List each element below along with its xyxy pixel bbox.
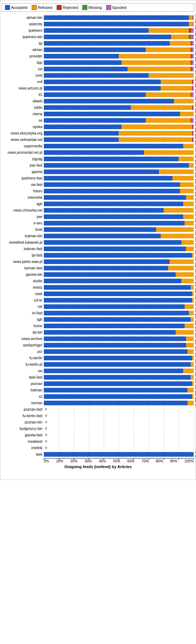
bar-segment-accepted: [44, 15, 189, 20]
table-row: fu-berlin-fast0: [44, 413, 194, 419]
row-label: lublin: [2, 106, 44, 110]
bar-segment-accepted: [44, 60, 122, 65]
bar-segment-spooled: [193, 15, 194, 20]
bar-values: 0: [45, 420, 47, 424]
bar-segment-refused: [192, 291, 194, 296]
bar-segment-spooled: [193, 125, 194, 129]
bar-chart: atman-bin763471701530astercity9759233155…: [44, 15, 194, 463]
row-label: lodman: [2, 388, 44, 392]
bar-segment-refused: [189, 163, 194, 168]
bar-segment-refused: [171, 35, 189, 39]
value-1: 0: [45, 427, 47, 430]
bar-segment-accepted: [44, 189, 180, 193]
table-row: atman-bin763471701530: [44, 15, 194, 21]
row-label: tpi-bin: [2, 330, 44, 334]
table-row: interia1059489870: [44, 111, 194, 117]
bar-segment-accepted: [44, 54, 119, 59]
table-row: gazeta-bin75951009: [44, 272, 194, 278]
bar-segment-refused: [176, 330, 194, 335]
table-row: fu-berlin14862268: [44, 355, 194, 361]
bar-segment-accepted: [44, 80, 161, 84]
bar-segment-accepted: [44, 247, 186, 251]
row-label: uw-fast: [2, 183, 44, 187]
table-row: fu-berlin-pl11745183: [44, 361, 194, 367]
bar-segment-accepted: [44, 452, 194, 457]
bar-segment-refused: [170, 41, 191, 46]
table-row: nask69086750: [44, 291, 194, 297]
table-row: poznan-fast0: [44, 406, 194, 412]
bar-segment-accepted: [44, 73, 149, 78]
bar-segment-refused: [192, 298, 194, 303]
legend-label: Spooled: [112, 5, 127, 10]
row-label: news.chmurka.net: [2, 208, 44, 212]
row-label: intelink: [2, 446, 44, 450]
bar-segment-refused: [187, 401, 194, 405]
row-label: home: [2, 324, 44, 328]
table-row: task-fast5670135: [44, 374, 194, 380]
table-row: uw1921156: [44, 368, 194, 374]
row-label: onet: [2, 73, 44, 77]
row-label: news.eturystyka.org: [2, 131, 44, 135]
row-label: supermedia: [2, 144, 44, 148]
row-label: poznan-fast: [2, 407, 44, 411]
row-label: fu-berlin: [2, 356, 44, 360]
table-row: task470: [44, 451, 194, 457]
bar-values: 0: [45, 427, 47, 430]
bar-segment-accepted: [44, 234, 161, 238]
bar-segment-refused: [186, 336, 194, 341]
table-row: opoka100799181: [44, 124, 194, 130]
table-row: home8918575: [44, 323, 194, 329]
bar-segment-refused: [191, 285, 194, 290]
bar-segment-spooled: [191, 35, 194, 39]
legend-color: [106, 5, 111, 10]
bar-segment-spooled: [193, 131, 194, 136]
bar-segment-spooled: [193, 86, 194, 91]
legend: AcceptedRefusedRejectedMissingSpooled: [2, 3, 194, 12]
table-row: atman17312277055: [44, 47, 194, 53]
bar-segment-accepted: [44, 86, 161, 91]
row-label: prz: [2, 350, 44, 354]
table-row: se200719573: [44, 117, 194, 123]
bar-segment-accepted: [44, 47, 146, 52]
row-label: ipartners-fast: [2, 176, 44, 180]
bar-segment-refused: [128, 67, 190, 71]
row-label: poznan: [2, 382, 44, 386]
row-label: ipartners: [2, 29, 44, 32]
table-row: sgh16388604: [44, 316, 194, 323]
bar-segment-refused: [192, 381, 194, 386]
bar-segment-refused: [185, 324, 194, 328]
legend-item-rejected: Rejected: [57, 5, 78, 10]
bar-segment-spooled: [191, 118, 194, 123]
table-row: tpi777221121555: [44, 40, 194, 46]
bar-values: 0: [45, 440, 47, 443]
bar-segment-refused: [191, 362, 194, 367]
bar-segment-refused: [149, 73, 194, 78]
bar-segment-refused: [170, 259, 194, 264]
table-row: rsk10305700: [44, 304, 194, 310]
bar-segment-accepted: [44, 259, 170, 264]
bar-segment-accepted: [44, 317, 191, 322]
bar-segment-accepted: [44, 214, 183, 219]
row-label: task-fast: [2, 375, 44, 379]
table-row: lodman-fast479562400: [44, 246, 194, 252]
bar-segment-accepted: [44, 356, 192, 360]
bar-segment-refused: [189, 22, 193, 26]
table-row: medianet0: [44, 438, 194, 445]
x-tick-label: 70%: [141, 459, 149, 463]
bar-segment-accepted: [44, 401, 187, 405]
bar-segment-refused: [179, 157, 194, 161]
table-row: prz10491457: [44, 349, 194, 355]
row-label: medianet: [2, 440, 44, 443]
bar-segment-accepted: [44, 388, 187, 392]
table-row: tpi-fast1518512127: [44, 252, 194, 258]
row-label: pwr-fast: [2, 163, 44, 167]
table-row: news.promontel.net.pl143127161: [44, 149, 194, 156]
row-label: internetia: [2, 196, 44, 199]
row-label: e-wro: [2, 221, 44, 225]
bar-segment-accepted: [44, 298, 192, 303]
table-row: studio10862990: [44, 278, 194, 284]
table-row: torman693: [44, 400, 194, 406]
bar-segment-refused: [168, 266, 194, 270]
bar-segment-refused: [149, 28, 189, 33]
table-row: lodman-bin119203409: [44, 233, 194, 239]
